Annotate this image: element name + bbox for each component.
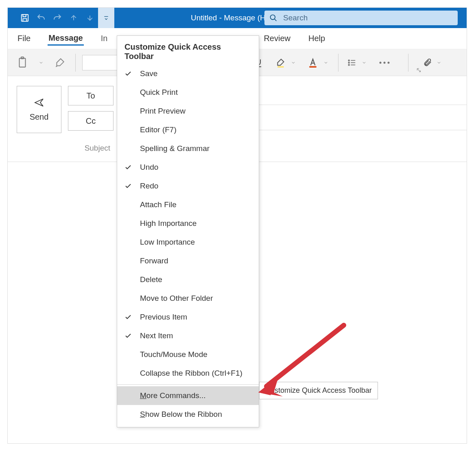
menu-item-label: Collapse the Ribbon (Ctrl+F1)	[140, 369, 242, 378]
menu-item[interactable]: Collapse the Ribbon (Ctrl+F1)	[117, 364, 259, 383]
redo-icon[interactable]	[49, 8, 66, 28]
next-item-icon[interactable]	[82, 8, 98, 28]
svg-point-8	[348, 64, 349, 66]
menu-item-label: Undo	[140, 163, 158, 172]
menu-item-show-below-ribbon[interactable]: Show Below the Ribbon	[117, 405, 259, 424]
separator	[75, 54, 76, 72]
title-bar: Untitled - Message (HTML) Search	[8, 8, 467, 28]
menu-item-label: Redo	[140, 182, 158, 190]
svg-rect-5	[309, 66, 316, 67]
menu-item[interactable]: Editor (F7)	[117, 120, 259, 139]
search-icon	[269, 14, 277, 22]
send-button[interactable]: Send	[17, 86, 61, 133]
svg-point-6	[348, 60, 349, 61]
menu-item-label: Editor (F7)	[140, 125, 177, 134]
menu-item[interactable]: Forward	[117, 252, 259, 270]
menu-item-label: Previous Item	[140, 313, 187, 322]
menu-item-label: Spelling & Grammar	[140, 144, 210, 153]
menu-item-label: Quick Print	[140, 88, 178, 97]
menu-item[interactable]: Next Item	[117, 326, 259, 345]
svg-point-11	[388, 61, 390, 63]
menu-item[interactable]: Delete	[117, 270, 259, 289]
menu-item[interactable]: Low Importance	[117, 233, 259, 252]
check-icon	[124, 182, 140, 190]
highlight-dropdown-icon[interactable]	[287, 53, 300, 72]
menu-item-label: Save	[140, 69, 157, 78]
menu-item[interactable]: Spelling & Grammar	[117, 139, 259, 158]
menu-item[interactable]: Quick Print	[117, 83, 259, 102]
svg-point-1	[271, 15, 275, 20]
send-label: Send	[30, 112, 49, 122]
tab-review[interactable]: Review	[263, 32, 291, 45]
svg-rect-2	[20, 58, 26, 67]
menu-item[interactable]: High Importance	[117, 214, 259, 233]
svg-line-12	[266, 325, 344, 386]
search-box[interactable]: Search	[264, 11, 458, 25]
menu-title: Customize Quick Access Toolbar	[117, 36, 259, 64]
bullets-dropdown-icon[interactable]	[358, 53, 371, 72]
menu-item[interactable]: Move to Other Folder	[117, 289, 259, 308]
tab-help[interactable]: Help	[308, 32, 326, 45]
attach-dropdown-icon[interactable]	[432, 53, 445, 72]
menu-item-label: Attach File	[140, 200, 177, 209]
svg-point-9	[380, 61, 382, 63]
tab-message[interactable]: Message	[48, 32, 84, 46]
svg-rect-3	[21, 57, 24, 59]
format-painter-icon[interactable]	[51, 53, 69, 72]
tab-file[interactable]: File	[17, 32, 31, 45]
menu-item[interactable]: Undo	[117, 158, 259, 177]
menu-item-label: Move to Other Folder	[140, 294, 213, 303]
svg-point-10	[384, 61, 386, 63]
send-icon	[32, 98, 46, 107]
to-button[interactable]: To	[68, 86, 114, 105]
more-options-icon[interactable]	[376, 53, 393, 72]
cc-button[interactable]: Cc	[68, 111, 114, 131]
check-icon	[124, 332, 140, 339]
font-selector-partial[interactable]	[82, 55, 117, 70]
check-icon	[124, 70, 140, 77]
menu-item-label: Low Importance	[140, 238, 195, 247]
save-icon[interactable]	[17, 8, 33, 28]
menu-item[interactable]: Redo	[117, 177, 259, 195]
font-color-dropdown-icon[interactable]	[319, 53, 332, 72]
menu-item-label: Delete	[140, 275, 162, 284]
menu-item-more-commands[interactable]: More Commands...	[117, 386, 259, 405]
menu-item[interactable]: Print Preview	[117, 102, 259, 120]
separator	[408, 54, 408, 72]
menu-item-label: Next Item	[140, 331, 173, 340]
undo-icon[interactable]	[33, 8, 49, 28]
customize-qat-menu: Customize Quick Access Toolbar SaveQuick…	[117, 35, 259, 427]
separator	[338, 54, 338, 72]
menu-item-label: Print Preview	[140, 107, 186, 116]
tab-insert-partial[interactable]: In	[100, 32, 109, 45]
menu-item-label: High Importance	[140, 219, 197, 228]
check-icon	[124, 164, 140, 171]
menu-item[interactable]: Attach File	[117, 195, 259, 214]
menu-item[interactable]: Save	[117, 64, 259, 83]
menu-item-label: Touch/Mouse Mode	[140, 350, 207, 359]
paste-dropdown-icon[interactable]	[35, 53, 48, 72]
previous-item-icon[interactable]	[66, 8, 82, 28]
menu-item-label: Forward	[140, 256, 168, 265]
paste-icon[interactable]	[13, 53, 31, 72]
subject-label: Subject	[69, 144, 114, 153]
customize-qat-dropdown-button[interactable]	[98, 8, 114, 28]
menu-item[interactable]: Touch/Mouse Mode	[117, 345, 259, 364]
quick-access-toolbar	[8, 8, 114, 28]
svg-rect-0	[22, 15, 28, 22]
svg-point-7	[348, 62, 349, 63]
search-placeholder: Search	[283, 13, 308, 22]
tooltip: Customize Quick Access Toolbar	[259, 382, 378, 399]
svg-rect-4	[277, 66, 284, 67]
check-icon	[124, 313, 140, 321]
menu-item[interactable]: Previous Item	[117, 308, 259, 326]
